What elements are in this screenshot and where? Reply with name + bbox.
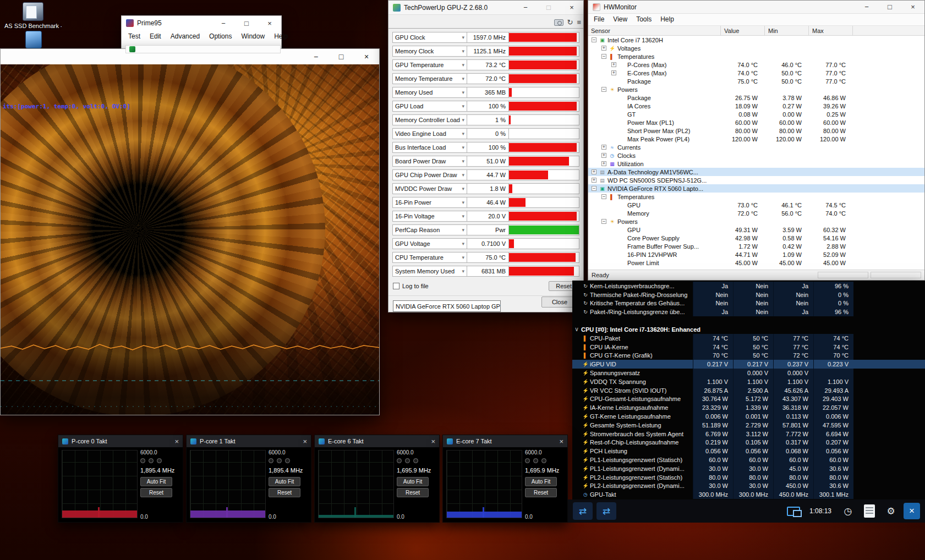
- tree-row[interactable]: Frame Buffer Power Sup... 1.72 W 0.42 W …: [588, 242, 924, 250]
- expander-icon[interactable]: [601, 54, 606, 59]
- close-button[interactable]: ×: [354, 49, 379, 64]
- close-icon[interactable]: ×: [174, 437, 179, 446]
- sensor-row[interactable]: CPU IA-Kerne 74 °C 50 °C 77 °C 74 °C: [572, 343, 925, 352]
- sensor-label-dropdown[interactable]: GPU Clock ▾: [392, 32, 467, 43]
- auto-fit-button[interactable]: Auto Fit: [269, 477, 300, 486]
- menu-item[interactable]: Advanced: [171, 32, 200, 40]
- expander-icon[interactable]: [592, 37, 596, 42]
- sensor-row[interactable]: Spannungsversatz 0.000 V 0.000 V: [572, 369, 925, 377]
- tree-row[interactable]: Package 75.0 °C 50.0 °C 77.0 °C: [588, 77, 924, 85]
- column-min[interactable]: Min: [765, 26, 809, 35]
- led-indicator[interactable]: [541, 458, 546, 463]
- tree-row[interactable]: Power Limit 45.00 W 45.00 W 45.00 W: [588, 259, 924, 266]
- menu-item[interactable]: Tools: [636, 15, 652, 23]
- sensor-label-dropdown[interactable]: 16-Pin Power ▾: [392, 197, 467, 208]
- tree-row[interactable]: E-Cores (Max) 74.0 °C 50.0 °C 77.0 °C: [588, 69, 924, 77]
- sensor-row[interactable]: Kritische Temperatur des Gehäus... Nein …: [572, 299, 925, 308]
- reset-button[interactable]: Reset: [140, 488, 172, 497]
- sensor-label-dropdown[interactable]: Memory Clock ▾: [392, 46, 467, 57]
- expander-icon[interactable]: [601, 46, 606, 51]
- sensor-row[interactable]: VR VCC Strom (SVID IOUT) 26.875 A 2.500 …: [572, 386, 925, 395]
- led-indicator[interactable]: [285, 458, 290, 463]
- close-button[interactable]: ×: [901, 1, 924, 13]
- menu-item[interactable]: Test: [128, 32, 140, 40]
- prime95-titlebar[interactable]: Prime95 − □ ×: [122, 16, 281, 30]
- tree-row[interactable]: Core Power Supply 42.98 W 0.58 W 54.16 W: [588, 234, 924, 242]
- tree-row[interactable]: Intel Core i7 13620H: [588, 36, 924, 44]
- expander-icon[interactable]: [601, 153, 606, 158]
- tree-row[interactable]: Voltages: [588, 44, 924, 52]
- close-icon[interactable]: ×: [431, 437, 435, 446]
- sensor-row[interactable]: iGPU VID 0.217 V 0.217 V 0.237 V 0.223 V: [572, 360, 925, 369]
- menu-item[interactable]: Options: [209, 32, 232, 40]
- sensor-label-dropdown[interactable]: Memory Temperature ▾: [392, 73, 467, 84]
- graph-titlebar[interactable]: P-core 1 Takt ×: [187, 435, 311, 447]
- menu-icon[interactable]: ≡: [577, 19, 581, 26]
- tree-row[interactable]: Utilization: [588, 160, 924, 168]
- tree-row[interactable]: GPU 49.31 W 3.59 W 60.32 W: [588, 226, 924, 234]
- gpu-select-dropdown[interactable]: NVIDIA GeForce RTX 5060 Laptop GPU ▾: [393, 300, 501, 312]
- maximize-button[interactable]: □: [329, 49, 354, 64]
- clock-tray-icon[interactable]: ◷: [839, 506, 857, 517]
- reset-button[interactable]: Reset: [397, 488, 429, 497]
- log-to-file-checkbox[interactable]: Log to file: [393, 283, 429, 289]
- reset-button[interactable]: Reset: [269, 488, 300, 497]
- maximize-button[interactable]: □: [878, 1, 901, 13]
- auto-fit-button[interactable]: Auto Fit: [140, 477, 172, 486]
- led-indicator[interactable]: [525, 458, 530, 463]
- tree-row[interactable]: Clocks: [588, 151, 924, 160]
- column-value[interactable]: Value: [721, 26, 765, 35]
- minimize-button[interactable]: −: [514, 1, 537, 14]
- expander-icon[interactable]: [601, 161, 606, 166]
- desktop-shortcut-partial[interactable]: [25, 31, 42, 48]
- led-indicator[interactable]: [405, 458, 410, 463]
- column-max[interactable]: Max: [809, 26, 853, 35]
- tree-row[interactable]: Max Peak Power (PL4) 120.00 W 120.00 W 1…: [588, 135, 924, 143]
- tree-row[interactable]: Powers: [588, 217, 924, 226]
- tree-row[interactable]: Power Max (PL1) 60.00 W 60.00 W 60.00 W: [588, 118, 924, 127]
- graph-titlebar[interactable]: P-core 0 Takt ×: [58, 435, 183, 447]
- sensor-row[interactable]: CPU-Paket 74 °C 50 °C 77 °C 74 °C: [572, 334, 925, 343]
- menu-item[interactable]: File: [594, 15, 604, 23]
- expander-icon[interactable]: [611, 70, 616, 75]
- expander-icon[interactable]: [601, 145, 606, 150]
- graph-titlebar[interactable]: E-core 6 Takt ×: [315, 435, 439, 447]
- maximize-button[interactable]: □: [235, 16, 258, 30]
- tree-row[interactable]: WD PC SN5000S SDEPNSJ-512G...: [588, 176, 924, 184]
- menu-item[interactable]: Window: [241, 32, 265, 40]
- sensor-label-dropdown[interactable]: Board Power Draw ▾: [392, 156, 467, 167]
- auto-fit-button[interactable]: Auto Fit: [525, 477, 557, 486]
- sensor-row[interactable]: PL1-Leistungsgrenzwert (Dynami... 30.0 W…: [572, 464, 925, 473]
- sensor-label-dropdown[interactable]: System Memory Used ▾: [392, 266, 467, 277]
- tree-row[interactable]: Memory 72.0 °C 56.0 °C 74.0 °C: [588, 209, 924, 217]
- sensor-label-dropdown[interactable]: Memory Controller Load ▾: [392, 114, 467, 125]
- menu-item[interactable]: Help: [660, 15, 674, 23]
- sensor-label-dropdown[interactable]: GPU Chip Power Draw ▾: [392, 169, 467, 180]
- sensor-row[interactable]: Kern-Leistungsverbrauchsgre... Ja Nein J…: [572, 282, 925, 290]
- sensor-row[interactable]: Gesamte System-Leistung 51.189 W 2.729 W…: [572, 421, 925, 430]
- led-indicator[interactable]: [277, 458, 282, 463]
- tree-row[interactable]: P-Cores (Max) 74.0 °C 46.0 °C 77.0 °C: [588, 61, 924, 69]
- expander-icon[interactable]: [601, 219, 606, 224]
- menu-item[interactable]: Edit: [150, 32, 161, 40]
- sensor-row[interactable]: PL1-Leistungsgrenzwert (Statisch) 60.0 W…: [572, 455, 925, 464]
- gear-settings-icon[interactable]: ⚙: [882, 506, 900, 517]
- led-indicator[interactable]: [533, 458, 538, 463]
- tree-row[interactable]: Package 26.75 W 3.78 W 46.86 W: [588, 94, 924, 102]
- tree-row[interactable]: A-Data Technology AM1V56WC...: [588, 168, 924, 176]
- expander-icon[interactable]: [592, 178, 596, 183]
- led-indicator[interactable]: [157, 458, 162, 463]
- sensor-row[interactable]: IA-Kerne Leistungsaufnahme 23.329 W 1.33…: [572, 403, 925, 412]
- prime95-worker-titlebar-fragment[interactable]: [125, 45, 281, 53]
- led-indicator[interactable]: [397, 458, 402, 463]
- led-indicator[interactable]: [140, 458, 145, 463]
- tree-row[interactable]: NVIDIA GeForce RTX 5060 Lapto...: [588, 184, 924, 193]
- sensor-row[interactable]: PL2-Leistungsgrenzwert (Dynami... 30.0 W…: [572, 482, 925, 491]
- clock-time[interactable]: 1:08:13: [809, 507, 831, 515]
- tree-row[interactable]: Powers: [588, 85, 924, 94]
- sensor-label-dropdown[interactable]: Bus Interface Load ▾: [392, 142, 467, 153]
- minimize-button[interactable]: −: [855, 1, 878, 13]
- tree-row[interactable]: 16-PIN 12VHPWR 44.71 W 1.09 W 52.09 W: [588, 250, 924, 259]
- minimize-button[interactable]: −: [303, 49, 329, 64]
- close-button[interactable]: ×: [258, 16, 281, 30]
